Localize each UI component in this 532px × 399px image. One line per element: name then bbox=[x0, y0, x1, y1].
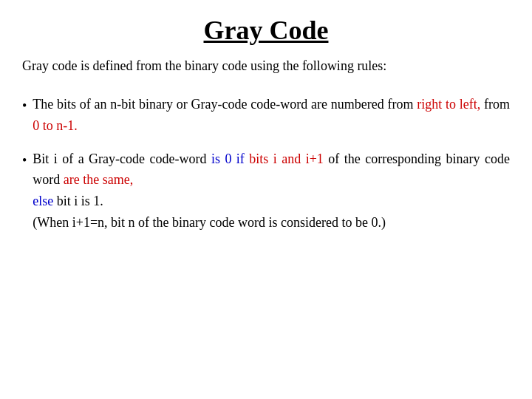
highlight-0-to-n1: 0 to n-1. bbox=[33, 118, 78, 133]
bullet-list: • The bits of an n-bit binary or Gray-co… bbox=[22, 94, 510, 233]
page-title: Gray Code bbox=[22, 15, 510, 46]
highlight-bits-i-i1: bits i and i+1 bbox=[249, 151, 324, 166]
highlight-right-to-left: right to left, bbox=[417, 97, 480, 112]
bullet-text-2: Bit i of a Gray-code code-word is 0 if b… bbox=[33, 149, 510, 233]
highlight-is0-if: is 0 if bbox=[211, 151, 245, 166]
bullet-dot-2: • bbox=[22, 150, 27, 171]
list-item: • The bits of an n-bit binary or Gray-co… bbox=[22, 94, 510, 137]
bullet-text-1: The bits of an n-bit binary or Gray-code… bbox=[33, 94, 510, 137]
list-item: • Bit i of a Gray-code code-word is 0 if… bbox=[22, 149, 510, 233]
bullet-dot-1: • bbox=[22, 95, 27, 117]
highlight-else: else bbox=[33, 194, 53, 208]
page: Gray Code Gray code is defined from the … bbox=[0, 0, 532, 399]
highlight-are-same: are the same, bbox=[64, 172, 133, 187]
intro-text: Gray code is defined from the binary cod… bbox=[22, 56, 510, 76]
